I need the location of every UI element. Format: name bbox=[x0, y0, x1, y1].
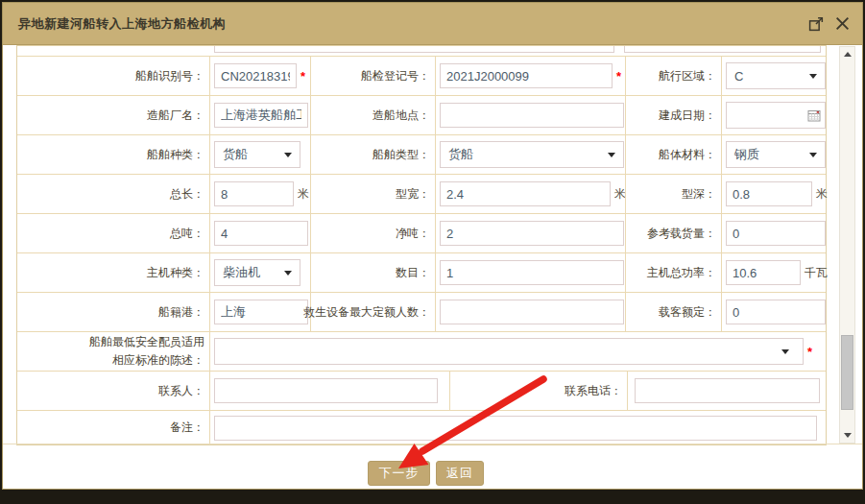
contact-input[interactable] bbox=[214, 378, 438, 403]
close-icon[interactable] bbox=[834, 15, 851, 32]
engine-power-label: 主机总功率： bbox=[625, 253, 721, 292]
transfer-ship-dialog: 异地新建河船转入上海地方船检机构 船舶识别号： * 船检登记号： * 航行区域：… bbox=[2, 2, 863, 490]
ship-form-table: 船舶识别号： * 船检登记号： * 航行区域： C 造船厂名： 造船地点： 建成… bbox=[16, 45, 827, 445]
form-row-clipped bbox=[17, 46, 826, 57]
shipyard-label: 造船厂名： bbox=[17, 96, 209, 134]
form-row: 船舶识别号： * 船检登记号： * 航行区域： C bbox=[17, 57, 826, 96]
chevron-down-icon bbox=[809, 74, 817, 79]
phone-input[interactable] bbox=[635, 378, 820, 403]
scroll-up-button[interactable] bbox=[840, 47, 854, 61]
form-row: 主机种类： 柴油机 数目： 主机总功率： 千瓦 bbox=[17, 253, 826, 293]
form-row: 总吨： 净吨： 参考载货量： bbox=[17, 214, 826, 253]
next-step-button[interactable]: 下一步 bbox=[368, 461, 430, 486]
form-row: 船籍港： 救生设备最大定额人数： 载客额定： bbox=[17, 293, 826, 332]
form-row: 船舶最低安全配员适用 相应标准的陈述： * bbox=[17, 332, 826, 372]
back-button[interactable]: 返回 bbox=[436, 461, 484, 486]
length-label: 总长： bbox=[17, 175, 209, 213]
ship-type-label: 船舶类型： bbox=[310, 135, 435, 174]
dialog-title: 异地新建河船转入上海地方船检机构 bbox=[18, 15, 226, 33]
clipped-input[interactable] bbox=[214, 46, 614, 53]
hull-material-select[interactable]: 钢质 bbox=[726, 141, 826, 168]
min-safe-manning-select[interactable] bbox=[214, 338, 804, 365]
ship-type-select[interactable]: 货船 bbox=[440, 141, 624, 168]
unit-label: 米 bbox=[816, 186, 828, 203]
passenger-quota-input[interactable] bbox=[726, 300, 826, 324]
form-row: 联系人： 联系电话： bbox=[17, 372, 826, 411]
form-row: 备注： bbox=[17, 411, 826, 444]
build-date-label: 建成日期： bbox=[625, 96, 721, 134]
triangle-down-icon bbox=[844, 433, 852, 438]
depth-label: 型深： bbox=[625, 175, 721, 213]
engine-kind-label: 主机种类： bbox=[17, 253, 209, 292]
inspection-reg-label: 船检登记号： bbox=[310, 57, 435, 95]
engine-power-input[interactable] bbox=[726, 260, 801, 285]
chevron-down-icon bbox=[284, 153, 292, 157]
chevron-down-icon bbox=[284, 271, 292, 276]
depth-input[interactable] bbox=[726, 181, 812, 206]
min-safe-manning-label: 船舶最低安全配员适用 相应标准的陈述： bbox=[17, 332, 209, 371]
engine-kind-select[interactable]: 柴油机 bbox=[214, 259, 300, 286]
remarks-label: 备注： bbox=[17, 411, 209, 444]
phone-label: 联系电话： bbox=[449, 372, 627, 410]
remarks-input[interactable] bbox=[214, 416, 817, 441]
width-label: 型宽： bbox=[310, 175, 435, 213]
divider bbox=[3, 444, 862, 444]
required-asterisk: * bbox=[300, 69, 305, 84]
width-input[interactable] bbox=[440, 181, 611, 206]
ref-cargo-input[interactable] bbox=[726, 221, 826, 246]
port-registry-input[interactable] bbox=[214, 300, 308, 324]
engine-count-input[interactable] bbox=[440, 260, 624, 285]
port-registry-label: 船籍港： bbox=[17, 293, 209, 331]
calendar-icon bbox=[807, 108, 821, 122]
required-asterisk: * bbox=[807, 345, 812, 359]
length-input[interactable] bbox=[214, 181, 294, 206]
inspection-reg-input[interactable] bbox=[440, 63, 613, 88]
engine-count-label: 数目： bbox=[310, 253, 435, 292]
lifesaving-max-label: 救生设备最大定额人数： bbox=[310, 293, 435, 331]
triangle-up-icon bbox=[844, 52, 852, 57]
nav-area-label: 航行区域： bbox=[625, 57, 721, 95]
form-row: 总长： 米 型宽： 米 型深： 米 bbox=[17, 175, 826, 214]
chevron-down-icon bbox=[608, 153, 615, 157]
ship-id-label: 船舶识别号： bbox=[17, 57, 209, 95]
required-asterisk: * bbox=[616, 69, 621, 84]
dialog-titlebar: 异地新建河船转入上海地方船检机构 bbox=[3, 3, 862, 45]
unit-label: 千瓦 bbox=[805, 265, 828, 281]
form-row: 船舶种类： 货船 船舶类型： 货船 船体材料： 钢质 bbox=[17, 135, 826, 175]
hull-material-label: 船体材料： bbox=[625, 135, 721, 174]
maximize-icon[interactable] bbox=[808, 15, 825, 32]
scrollbar-thumb[interactable] bbox=[841, 335, 853, 410]
build-date-input[interactable] bbox=[726, 102, 826, 129]
net-tonnage-label: 净吨： bbox=[310, 214, 435, 252]
form-row: 造船厂名： 造船地点： 建成日期： bbox=[17, 96, 826, 135]
contact-label: 联系人： bbox=[17, 372, 209, 410]
chevron-down-icon bbox=[781, 349, 789, 354]
ship-id-input[interactable] bbox=[214, 63, 297, 88]
build-place-label: 造船地点： bbox=[310, 96, 435, 134]
scroll-down-button[interactable] bbox=[840, 428, 854, 443]
gross-tonnage-label: 总吨： bbox=[17, 214, 209, 252]
gross-tonnage-input[interactable] bbox=[214, 221, 308, 246]
build-place-input[interactable] bbox=[440, 103, 624, 128]
passenger-quota-label: 载客额定： bbox=[625, 293, 721, 331]
net-tonnage-input[interactable] bbox=[440, 221, 624, 246]
vertical-scrollbar[interactable] bbox=[839, 46, 855, 444]
ship-kind-label: 船舶种类： bbox=[17, 135, 209, 174]
nav-area-select[interactable]: C bbox=[726, 62, 826, 89]
ref-cargo-label: 参考载货量： bbox=[625, 214, 721, 252]
unit-label: 米 bbox=[298, 186, 309, 203]
shipyard-input[interactable] bbox=[214, 103, 308, 128]
chevron-down-icon bbox=[809, 153, 817, 157]
clipped-input[interactable] bbox=[624, 46, 821, 53]
ship-kind-select[interactable]: 货船 bbox=[214, 141, 300, 168]
lifesaving-max-input[interactable] bbox=[440, 300, 624, 324]
